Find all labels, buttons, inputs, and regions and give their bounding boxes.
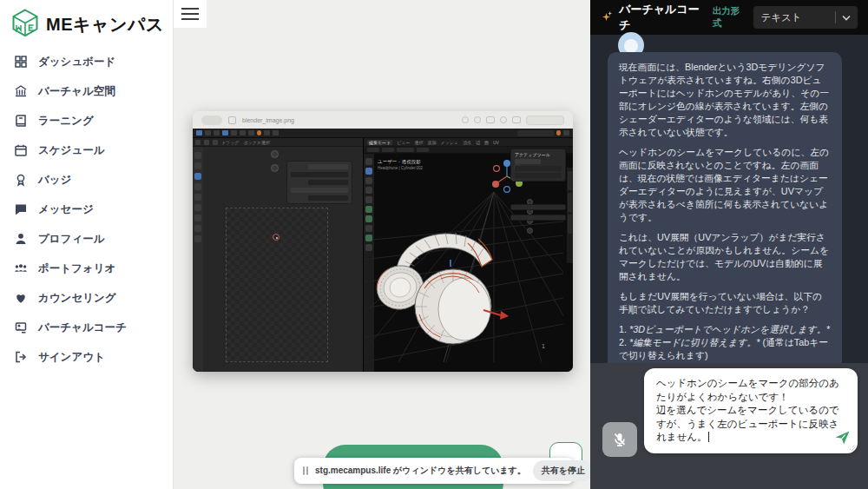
- sidebar-item-learning[interactable]: ラーニング: [0, 106, 173, 135]
- send-icon: [834, 429, 851, 446]
- chevron-down-icon: [842, 15, 851, 21]
- output-format-label: 出力形式: [713, 5, 747, 30]
- shared-window-blender-screenshot: blender_image.png ドラッグ ボックス選択: [193, 111, 573, 372]
- window-filename: blender_image.png: [242, 117, 294, 123]
- stop-sharing-button[interactable]: 共有を停止: [533, 460, 594, 481]
- preview-titlebar: blender_image.png: [193, 111, 573, 129]
- sidebar-item-sign-out[interactable]: サインアウト: [0, 342, 173, 372]
- uv-image-panel[interactable]: [286, 161, 352, 204]
- sidebar: MEキャンパス ダッシュボード バーチャル空間 ラーニング スケジュール バッジ: [0, 0, 174, 489]
- uv-zoom-icon[interactable]: [271, 150, 279, 158]
- share-message: stg.mecampus.life がウィンドウを共有しています。: [315, 465, 526, 477]
- mode-dropdown[interactable]: 編集モード: [367, 140, 392, 145]
- sidebar-item-badge[interactable]: バッジ: [0, 165, 173, 195]
- titlebar-sidebar-icon[interactable]: [228, 116, 236, 124]
- menu-toggle-button[interactable]: [174, 0, 207, 28]
- sidebar-item-counseling[interactable]: カウンセリング: [0, 283, 173, 313]
- users-icon: [14, 261, 28, 275]
- uv-image-editor[interactable]: ドラッグ ボックス選択: [193, 138, 363, 372]
- sidebar-item-virtual-coach[interactable]: バーチャルコーチ: [0, 313, 173, 342]
- sparkle-icon: [601, 11, 612, 23]
- chat-input-line1: ヘッドホンのシームをマークの部分のあたりがよくわからないです！: [656, 378, 839, 402]
- share-notification-bar: stg.mecampus.life がウィンドウを共有しています。 共有を停止 …: [294, 458, 574, 484]
- sidebar-item-profile[interactable]: プロフィール: [0, 224, 173, 254]
- sidebar-item-dashboard[interactable]: ダッシュボード: [0, 47, 173, 76]
- chat-input-line2: 辺を選んでシームをマークしているのですが、うまく左のビューポートに反映されません…: [656, 405, 839, 442]
- mic-muted-button[interactable]: [602, 422, 637, 457]
- active-tool-panel[interactable]: アクティブツール: [510, 149, 566, 182]
- output-format-select[interactable]: テキスト: [753, 6, 858, 29]
- user-icon: [14, 232, 28, 246]
- titlebar-search-field[interactable]: [526, 116, 564, 125]
- step-item: 1. *3Dビューポートでヘッドホンを選択します。*: [619, 323, 831, 336]
- coach-title: バーチャルコーチ: [619, 2, 706, 33]
- text-caret: [708, 432, 709, 442]
- grid-axis-label: 1: [542, 343, 545, 349]
- uv-tool-column[interactable]: [193, 147, 203, 372]
- sidebar-tab-strip[interactable]: [567, 168, 573, 263]
- app-root: MEキャンパス ダッシュボード バーチャル空間 ラーニング スケジュール バッジ: [0, 0, 868, 489]
- headphone-model[interactable]: [371, 215, 518, 360]
- viewport-header[interactable]: 編集モード ビュー 選択 追加 メッシュ 頂点 辺 面 UV: [364, 138, 573, 147]
- building-icon: [14, 84, 28, 98]
- viewport-overlay-text: ユーザー・透視投影 Headphone | Cylinder.002: [378, 159, 423, 170]
- logo[interactable]: MEキャンパス: [0, 0, 173, 41]
- drag-handle-icon[interactable]: [303, 466, 308, 475]
- chat-icon: [14, 202, 28, 216]
- 3d-viewport[interactable]: 編集モード ビュー 選択 追加 メッシュ 頂点 辺 面 UV ユーザー・透視投影…: [363, 138, 573, 372]
- sidebar-item-portfolio[interactable]: ポートフォリオ: [0, 254, 173, 283]
- chat-input[interactable]: ヘッドホンのシームをマークの部分のあたりがよくわからないです！ 辺を選んでシーム…: [644, 368, 858, 453]
- blender-app: ドラッグ ボックス選択: [193, 129, 573, 372]
- dashboard-icon: [14, 55, 28, 69]
- sidebar-item-virtual-space[interactable]: バーチャル空間: [0, 76, 173, 106]
- options-collapsed-panel[interactable]: [510, 204, 566, 210]
- titlebar-pill-icon[interactable]: [201, 116, 222, 125]
- blender-topbar[interactable]: [193, 129, 573, 138]
- mic-off-icon: [611, 431, 628, 448]
- coach-screen-icon: [14, 320, 28, 334]
- viewport-tool-column[interactable]: [364, 154, 374, 372]
- logo-text: MEキャンパス: [46, 13, 164, 36]
- resize-handle[interactable]: [849, 445, 855, 451]
- sidebar-item-schedule[interactable]: スケジュール: [0, 135, 173, 165]
- calendar-icon: [14, 143, 28, 157]
- workspace-collapsed-panel[interactable]: [510, 215, 566, 221]
- step-item: 2. *編集モードに切り替えます。* (通常はTabキーで切り替えられます): [619, 336, 831, 362]
- uv-hand-icon[interactable]: [271, 164, 279, 172]
- book-icon: [14, 114, 28, 128]
- titlebar-tools[interactable]: [462, 116, 564, 125]
- sidebar-item-message[interactable]: メッセージ: [0, 195, 173, 224]
- medal-icon: [14, 173, 28, 187]
- sign-out-icon: [14, 350, 28, 364]
- uv-editor-header[interactable]: ドラッグ ボックス選択: [193, 138, 363, 147]
- uv-2d-cursor: [273, 234, 279, 241]
- coach-header: バーチャルコーチ 出力形式 テキスト: [590, 0, 868, 35]
- sidebar-nav: ダッシュボード バーチャル空間 ラーニング スケジュール バッジ メッセージ: [0, 47, 173, 372]
- logo-cube-icon: [10, 8, 40, 41]
- heart-icon: [14, 291, 28, 305]
- message-paragraphs: 現在画面には、Blenderという3Dモデリングソフトウェアが表示されていますね…: [619, 61, 831, 316]
- uv-empty-canvas[interactable]: [226, 208, 328, 362]
